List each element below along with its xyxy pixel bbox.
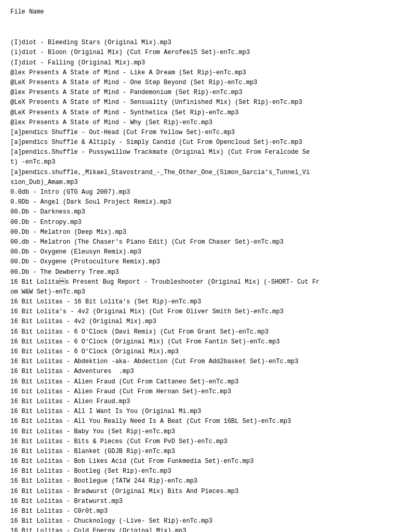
list-item: (i)diot - Bloon (Original Mix) (Cut From… bbox=[10, 48, 389, 58]
file-list: (I)diot - Bleeding Stars (Original Mix).… bbox=[10, 28, 389, 532]
list-item: 16 Bit Lolitas - Bootlegue (TATW 244 Rip… bbox=[10, 476, 389, 486]
list-item: 16 bit Lolitas - Alien Fraud (Cut From H… bbox=[10, 387, 389, 397]
list-item: 16 Bit Lolitas - Chucknology (-Live- Set… bbox=[10, 516, 389, 526]
list-item: [a]pendics Shuffle & Altiply - Simply Ca… bbox=[10, 138, 389, 148]
list-item: 16 Bit Lolita's - 4v2 (Original Mix) (Cu… bbox=[10, 307, 389, 317]
list-item: 00.Db - Oxygene (Eleusyn Remix).mp3 bbox=[10, 247, 389, 257]
list-item: 0.0Db - Angel (Dark Soul Project Remix).… bbox=[10, 197, 389, 207]
list-item: 16 Bit Lolitas - 4v2 (Original Mix).mp3 bbox=[10, 317, 389, 327]
list-item: 16 Bit Lolitas - Bratwurst.mp3 bbox=[10, 497, 389, 507]
list-item: 16 Bit Lolitas - Bits & Pieces (Cut From… bbox=[10, 437, 389, 447]
list-item: (I)diot - Bleeding Stars (Original Mix).… bbox=[10, 38, 389, 48]
list-item: 16 Bit Lolitas - Cold Energy (Original M… bbox=[10, 526, 389, 532]
file-name-header: File Name bbox=[10, 8, 389, 16]
list-item: 16 Bit Lolitas - Bootleg (Set Rip)-enTc.… bbox=[10, 467, 389, 476]
list-item: 00.Db - Entropy.mp3 bbox=[10, 218, 389, 228]
list-item: 16 Bit Lolitas - All I Want Is You (Orig… bbox=[10, 407, 389, 417]
list-item: 16 Bit Lolitas - Bob Likes Acid (Cut Fro… bbox=[10, 457, 389, 467]
list-item: @lex Presents A State of Mind - Like A D… bbox=[10, 68, 389, 78]
list-item: [a]pendics.Shuffle - Pussywillow Trackma… bbox=[10, 148, 389, 167]
column-label: File Name bbox=[10, 8, 44, 16]
list-item: @LeX Presents A State of Mind - One Step… bbox=[10, 78, 389, 88]
list-item: 00.db - Melatron (The Chaser's Piano Edi… bbox=[10, 237, 389, 247]
list-item: 16 Bit Lolitas - 6 O'Clock (Davi Remix) … bbox=[10, 327, 389, 337]
list-item: 16 Bit Lolitas - All You Really Need Is … bbox=[10, 417, 389, 427]
list-item: 0.0db - Intro (GTG Aug 2007).mp3 bbox=[10, 188, 389, 197]
list-item: [a]pendics Shuffle - Out-Head (Cut From … bbox=[10, 128, 389, 138]
list-item: @lex Presents A State of Mind - Pandemon… bbox=[10, 88, 389, 98]
list-item: 00.Db - Oxygene (Protoculture Remix).mp3 bbox=[10, 257, 389, 267]
list-item: (I)diot - Falling (Original Mix).mp3 bbox=[10, 58, 389, 68]
list-item: 16 Bit Lolitas - 6 O'Clock (Original Mix… bbox=[10, 347, 389, 357]
list-item: [a]pendics.shuffle,_Mikael_Stavostrand_-… bbox=[10, 168, 389, 188]
list-item: 16 Bit Lolitas - Alien Fraud (Cut From C… bbox=[10, 377, 389, 387]
list-item: 16 Bit Lolita s Present Bug Report - Tro… bbox=[10, 277, 389, 297]
list-item: 16 Bit Lolitas - Bradwurst (Original Mix… bbox=[10, 487, 389, 497]
list-item: 00.Db - Melatron (Deep Mix).mp3 bbox=[10, 228, 389, 237]
list-item: 16 Bit Lolitas - Alien Fraud.mp3 bbox=[10, 397, 389, 407]
list-item: 16 Bit Lolitas - Baby You (Set Rip)-enTc… bbox=[10, 427, 389, 437]
list-item: @LeX Presents A State of Mind - Sensuali… bbox=[10, 98, 389, 108]
list-item: 00.Db - Darkness.mp3 bbox=[10, 207, 389, 217]
list-item: 16 Bit Lolitas - C0r0t.mp3 bbox=[10, 507, 389, 516]
list-item: 16 Bit Lolitas - Abdektion -aka- Abdecti… bbox=[10, 357, 389, 367]
list-item: 16 Bit Lolitas - 6 O'Clock (Original Mix… bbox=[10, 337, 389, 347]
list-item: 16 Bit Lolitas - Adventures .mp3 bbox=[10, 367, 389, 377]
list-item: @lex Presents A State of Mind - Why (Set… bbox=[10, 118, 389, 128]
list-item: 16 Bit Lolitas - Blanket (GDJB Rip)-enTc… bbox=[10, 447, 389, 457]
list-item: 00.Db - The Dewberry Tree.mp3 bbox=[10, 268, 389, 277]
list-item: 16 Bit Lolitas - 16 Bit Lolita's (Set Ri… bbox=[10, 297, 389, 307]
list-item: @LeX Presents A State of Mind - Syntheti… bbox=[10, 108, 389, 118]
